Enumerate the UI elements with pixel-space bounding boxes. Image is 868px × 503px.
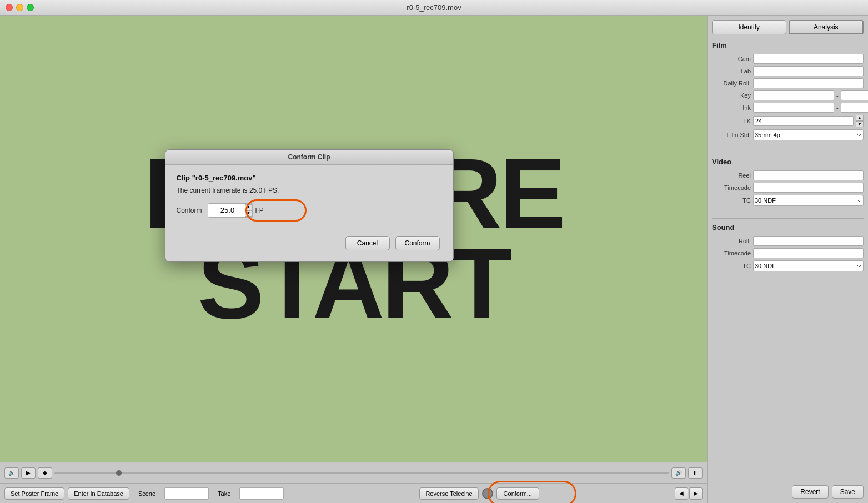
main-layout: PICTURE START Conform Clip Clip "r0-5_re… xyxy=(0,16,868,503)
transport-thumb[interactable]: ◆ xyxy=(38,467,52,479)
sound-tc-row: TC 30 NDF xyxy=(712,260,864,271)
sound-timecode-input[interactable] xyxy=(753,248,864,258)
right-panel: Identify Analysis Film Cam Lab Daily Rol… xyxy=(707,16,868,503)
fps-down-btn[interactable]: ▼ xyxy=(245,210,253,217)
sound-roll-input[interactable] xyxy=(753,236,864,246)
tk-label: TK xyxy=(712,118,751,124)
video-area: PICTURE START Conform Clip Clip "r0-5_re… xyxy=(0,16,707,503)
play-button[interactable]: ▶ xyxy=(21,467,36,479)
conform-button[interactable]: Conform... xyxy=(496,487,539,500)
key-row: Key - xyxy=(712,90,864,100)
bottom-toolbar: Set Poster Frame Enter In Database Scene… xyxy=(0,483,707,503)
revert-button[interactable]: Revert xyxy=(792,485,828,499)
transport-bar: 🔈 ▶ ◆ 🔊 ⏸ xyxy=(0,462,707,483)
fps-stepper[interactable]: ▲ ▼ xyxy=(245,204,253,217)
cancel-button[interactable]: Cancel xyxy=(345,236,390,250)
tk-down[interactable]: ▼ xyxy=(856,121,864,127)
video-reel-input[interactable] xyxy=(753,170,864,180)
film-title: Film xyxy=(712,41,864,51)
key-label: Key xyxy=(712,92,751,99)
fps-unit-label: FP xyxy=(255,207,264,214)
video-timecode-label: Timecode xyxy=(712,184,751,191)
lab-label: Lab xyxy=(712,68,751,74)
dialog-overlay: Conform Clip Clip "r0-5_rec709.mov" The … xyxy=(0,16,707,462)
sound-section: Sound Roll: Timecode TC 30 NDF xyxy=(712,223,864,274)
dialog-message: The current framerate is 25.0 FPS. xyxy=(177,187,442,194)
dialog-conform-label: Conform xyxy=(177,207,202,214)
dialog-clip-name: Clip "r0-5_rec709.mov" xyxy=(177,174,442,182)
take-label: Take xyxy=(212,487,236,500)
video-tc-select[interactable]: 30 NDF xyxy=(753,195,864,206)
take-input[interactable] xyxy=(239,487,284,500)
key-input1[interactable] xyxy=(753,90,834,100)
set-poster-frame-button[interactable]: Set Poster Frame xyxy=(4,487,64,500)
fps-up-btn[interactable]: ▲ xyxy=(245,204,253,210)
volume-right-icon[interactable]: 🔊 xyxy=(671,467,686,479)
video-tc-row: TC 30 NDF xyxy=(712,195,864,206)
dialog-titlebar: Conform Clip xyxy=(165,150,453,165)
tab-analysis[interactable]: Analysis xyxy=(789,20,864,34)
film-std-label: Film Std: xyxy=(712,132,751,138)
conform-button[interactable]: Conform xyxy=(395,236,440,250)
conform-dialog: Conform Clip Clip "r0-5_rec709.mov" The … xyxy=(165,149,454,262)
prev-arrow[interactable]: ◀ xyxy=(675,487,688,500)
cam-label: Cam xyxy=(712,56,751,62)
sound-roll-label: Roll: xyxy=(712,238,751,244)
film-std-select[interactable]: 35mm 4p xyxy=(753,129,864,140)
tk-up[interactable]: ▲ xyxy=(856,115,864,121)
fps-input[interactable] xyxy=(208,204,247,217)
sound-tc-select[interactable]: 30 NDF xyxy=(753,260,864,271)
sound-tc-label: TC xyxy=(712,263,751,269)
lab-input[interactable] xyxy=(753,66,864,76)
film-section: Film Cam Lab Daily Roll: Key - Ink xyxy=(712,41,864,143)
conform-btn-wrap: Conform... xyxy=(496,487,539,500)
video-reel-row: Reel xyxy=(712,170,864,180)
title-bar: r0-5_rec709.mov xyxy=(0,0,868,16)
lab-row: Lab xyxy=(712,66,864,76)
video-timecode-row: Timecode xyxy=(712,183,864,193)
dialog-body: Clip "r0-5_rec709.mov" The current frame… xyxy=(165,165,453,261)
panel-tabs: Identify Analysis xyxy=(712,20,864,34)
tk-row: TK ▲ ▼ xyxy=(712,115,864,127)
ink-row: Ink - xyxy=(712,103,864,113)
maximize-button[interactable] xyxy=(27,4,34,11)
volume-icon[interactable]: 🔈 xyxy=(4,467,19,479)
transport-slider[interactable] xyxy=(54,472,669,474)
ink-input1[interactable] xyxy=(753,103,834,113)
dialog-buttons: Cancel Conform xyxy=(177,236,442,253)
daily-roll-input[interactable] xyxy=(753,78,864,88)
minimize-button[interactable] xyxy=(16,4,23,11)
enter-in-database-button[interactable]: Enter In Database xyxy=(68,487,129,500)
panel-bottom-buttons: Revert Save xyxy=(712,481,864,499)
step-forward-button[interactable]: ⏸ xyxy=(688,467,703,479)
sound-timecode-label: Timecode xyxy=(712,250,751,256)
video-reel-label: Reel xyxy=(712,172,751,179)
close-button[interactable] xyxy=(6,4,13,11)
sound-timecode-row: Timecode xyxy=(712,248,864,258)
video-timecode-input[interactable] xyxy=(753,183,864,193)
tk-input[interactable] xyxy=(753,116,854,126)
traffic-lights xyxy=(6,4,34,11)
video-section: Video Reel Timecode TC 30 NDF xyxy=(712,158,864,208)
ink-input2[interactable] xyxy=(841,103,868,113)
ink-label: Ink xyxy=(712,104,751,111)
dialog-conform-row: Conform ▲ ▼ FP xyxy=(177,203,442,218)
reverse-telecine-button[interactable]: Reverse Telecine xyxy=(419,487,478,500)
divider2 xyxy=(712,218,864,219)
video-canvas: PICTURE START Conform Clip Clip "r0-5_re… xyxy=(0,16,707,462)
next-arrow[interactable]: ▶ xyxy=(689,487,703,500)
daily-roll-row: Daily Roll: xyxy=(712,78,864,88)
window-title: r0-5_rec709.mov xyxy=(407,3,461,12)
cam-input[interactable] xyxy=(753,54,864,64)
video-tc-label: TC xyxy=(712,197,751,204)
sound-roll-row: Roll: xyxy=(712,236,864,246)
slider-thumb xyxy=(116,470,122,476)
toggle-indicator[interactable] xyxy=(482,488,493,499)
scene-input[interactable] xyxy=(164,487,209,500)
tab-identify[interactable]: Identify xyxy=(712,20,786,34)
key-input2[interactable] xyxy=(841,90,868,100)
dialog-separator xyxy=(177,229,442,229)
cam-row: Cam xyxy=(712,54,864,64)
dialog-title: Conform Clip xyxy=(288,153,330,161)
save-button[interactable]: Save xyxy=(832,485,864,499)
